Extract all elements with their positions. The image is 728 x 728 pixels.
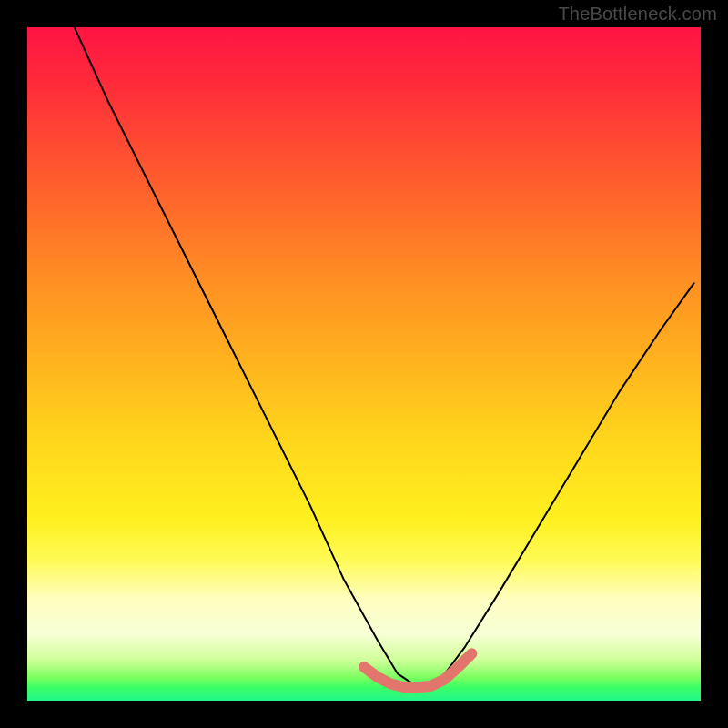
chart-stage: TheBottleneck.com — [0, 0, 728, 728]
watermark-text: TheBottleneck.com — [558, 4, 717, 25]
plot-area — [27, 27, 701, 701]
curve-layer — [27, 27, 701, 701]
bottleneck-curve — [75, 27, 694, 687]
